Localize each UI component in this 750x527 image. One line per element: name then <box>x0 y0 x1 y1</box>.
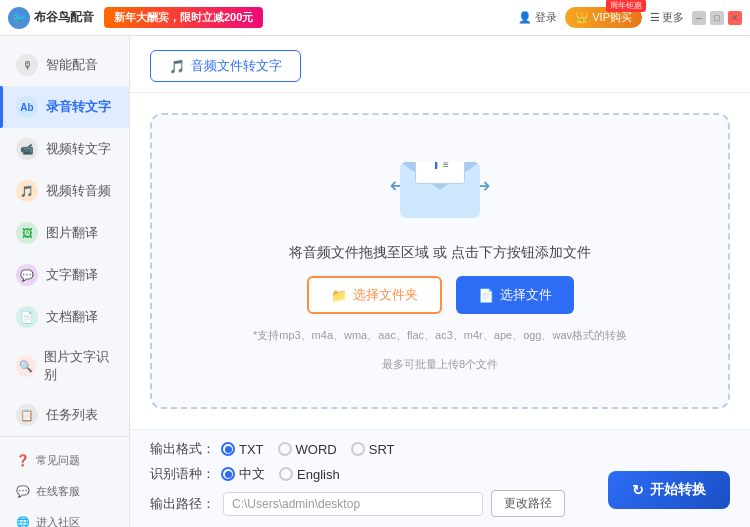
sidebar-faq[interactable]: ❓ 常见问题 <box>0 445 129 476</box>
text-translate-icon: 💬 <box>16 264 38 286</box>
community-icon: 🌐 <box>16 516 30 527</box>
task-list-icon: 📋 <box>16 404 38 426</box>
tab-file-icon: 🎵 <box>169 59 185 74</box>
lang-label: 识别语种： <box>150 465 215 483</box>
format-srt[interactable]: SRT <box>351 442 395 457</box>
vip-badge: 周年钜惠 <box>606 0 646 12</box>
minimize-button[interactable]: ─ <box>692 11 706 25</box>
support-icon: 💬 <box>16 485 30 498</box>
sidebar-online-support[interactable]: 💬 在线客服 <box>0 476 129 507</box>
upload-dropzone[interactable]: ↪ ↪ T ≡ 将音频文件拖拽至区域 或 点击下方按钮添加文件 <box>150 113 730 409</box>
upload-section: ↪ ↪ T ≡ 将音频文件拖拽至区域 或 点击下方按钮添加文件 <box>130 93 750 429</box>
sidebar: 🎙 智能配音 Ab 录音转文字 📹 视频转文字 🎵 视频转音频 🖼 图片翻译 💬… <box>0 36 130 527</box>
envelope-body: T ≡ <box>400 162 480 218</box>
word-radio[interactable] <box>278 442 292 456</box>
format-label: 输出格式： <box>150 440 215 458</box>
app-logo: 🐦 布谷鸟配音 <box>8 7 94 29</box>
sidebar-item-image-ocr[interactable]: 🔍 图片文字识别 <box>0 338 129 394</box>
sidebar-footer: ❓ 常见问题 💬 在线客服 🌐 进入社区 <box>0 436 129 527</box>
sidebar-item-text-translate[interactable]: 💬 文字翻译 <box>0 254 129 296</box>
english-radio[interactable] <box>279 467 293 481</box>
srt-radio[interactable] <box>351 442 365 456</box>
title-actions: 👤 登录 👑 VIP购买 周年钜惠 ☰ 更多 <box>518 7 684 28</box>
audio-to-text-tab[interactable]: 🎵 音频文件转文字 <box>150 50 301 82</box>
vip-button[interactable]: 👑 VIP购买 周年钜惠 <box>565 7 642 28</box>
video-to-audio-icon: 🎵 <box>16 180 38 202</box>
start-convert-button[interactable]: ↻ 开始转换 <box>608 471 730 509</box>
path-input[interactable] <box>223 492 483 516</box>
image-translate-icon: 🖼 <box>16 222 38 244</box>
maximize-button[interactable]: □ <box>710 11 724 25</box>
audio-to-text-icon: Ab <box>16 96 38 118</box>
sidebar-item-task-list[interactable]: 📋 任务列表 <box>0 394 129 436</box>
format-word[interactable]: WORD <box>278 442 337 457</box>
sidebar-community[interactable]: 🌐 进入社区 <box>0 507 129 527</box>
content-area: 🎵 音频文件转文字 ↪ ↪ T <box>130 36 750 527</box>
path-label: 输出路径： <box>150 495 215 513</box>
svg-text:🐦: 🐦 <box>12 11 26 25</box>
title-bar: 🐦 布谷鸟配音 新年大酬宾，限时立减200元 👤 登录 👑 VIP购买 周年钜惠… <box>0 0 750 36</box>
file-icon: 📄 <box>478 288 494 303</box>
close-button[interactable]: ✕ <box>728 11 742 25</box>
upload-illustration: ↪ ↪ T ≡ <box>390 150 490 230</box>
folder-icon: 📁 <box>331 288 347 303</box>
select-folder-button[interactable]: 📁 选择文件夹 <box>307 276 442 314</box>
start-icon: ↻ <box>632 482 644 498</box>
chinese-radio[interactable] <box>221 467 235 481</box>
upload-buttons: 📁 选择文件夹 📄 选择文件 <box>307 276 574 314</box>
sidebar-item-doc-translate[interactable]: 📄 文档翻译 <box>0 296 129 338</box>
config-bottom-area: 输出格式： TXT WORD SRT <box>130 429 750 527</box>
main-container: 🎙 智能配音 Ab 录音转文字 📹 视频转文字 🎵 视频转音频 🖼 图片翻译 💬… <box>0 36 750 527</box>
vip-icon: 👑 <box>575 11 589 24</box>
txt-radio[interactable] <box>221 442 235 456</box>
app-title: 布谷鸟配音 <box>34 9 94 26</box>
lang-radio-group: 中文 English <box>221 465 340 483</box>
sidebar-item-video-to-text[interactable]: 📹 视频转文字 <box>0 128 129 170</box>
content-header: 🎵 音频文件转文字 <box>130 36 750 93</box>
promo-banner[interactable]: 新年大酬宾，限时立减200元 <box>104 7 263 28</box>
format-txt[interactable]: TXT <box>221 442 264 457</box>
logo-icon: 🐦 <box>8 7 30 29</box>
sidebar-item-audio-to-text[interactable]: Ab 录音转文字 <box>0 86 129 128</box>
format-row: 输出格式： TXT WORD SRT <box>150 440 730 458</box>
upload-limit-note: 最多可批量上传8个文件 <box>382 357 498 372</box>
format-radio-group: TXT WORD SRT <box>221 442 395 457</box>
lang-english[interactable]: English <box>279 467 340 482</box>
more-button[interactable]: ☰ 更多 <box>650 10 684 25</box>
window-controls: ─ □ ✕ <box>692 11 742 25</box>
video-to-text-icon: 📹 <box>16 138 38 160</box>
envelope-letter: T ≡ <box>415 162 465 184</box>
lang-chinese[interactable]: 中文 <box>221 465 265 483</box>
sidebar-item-video-to-audio[interactable]: 🎵 视频转音频 <box>0 170 129 212</box>
menu-icon: ☰ <box>650 11 660 24</box>
formats-note: *支持mp3、m4a、wma、aac、flac、ac3、m4r、ape、ogg、… <box>253 328 627 343</box>
image-ocr-icon: 🔍 <box>16 355 36 377</box>
change-path-button[interactable]: 更改路径 <box>491 490 565 517</box>
login-button[interactable]: 👤 登录 <box>518 10 557 25</box>
select-file-button[interactable]: 📄 选择文件 <box>456 276 574 314</box>
sidebar-item-image-translate[interactable]: 🖼 图片翻译 <box>0 212 129 254</box>
faq-icon: ❓ <box>16 454 30 467</box>
upload-hint-text: 将音频文件拖拽至区域 或 点击下方按钮添加文件 <box>289 244 591 262</box>
doc-translate-icon: 📄 <box>16 306 38 328</box>
sidebar-item-ai-dubbing[interactable]: 🎙 智能配音 <box>0 44 129 86</box>
ai-dubbing-icon: 🎙 <box>16 54 38 76</box>
user-icon: 👤 <box>518 11 532 24</box>
